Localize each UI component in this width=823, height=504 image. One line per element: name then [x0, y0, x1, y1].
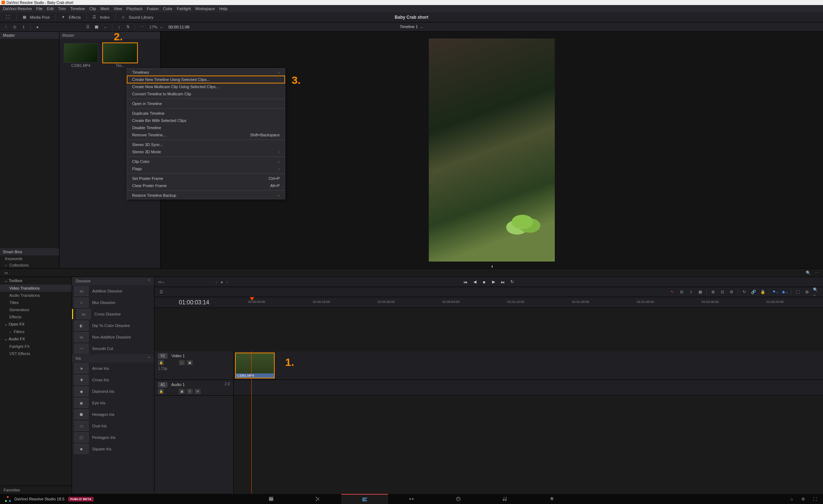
step-back-icon[interactable]: ◀ [472, 280, 477, 285]
link-clips-icon[interactable]: 🔗 [750, 289, 757, 295]
clip-thumb-selected[interactable]: Tim... [103, 43, 137, 68]
effect-item[interactable]: ◆Diamond Iris [72, 386, 154, 397]
link-icon[interactable]: ⎘ [12, 24, 18, 30]
effect-item[interactable]: ○Blur Dissolve [72, 297, 154, 308]
playhead-line[interactable] [251, 351, 252, 494]
page-fusion[interactable] [388, 494, 435, 504]
next-marker-icon[interactable]: › [226, 280, 228, 284]
nav-vst-effects[interactable]: VST Effects [0, 350, 72, 357]
video-track-lane[interactable]: C3361.MP4 [234, 351, 823, 380]
track-toggle-icon[interactable]: ▣ [187, 360, 193, 365]
viewer-mode-icon[interactable]: ▭⌄ [158, 279, 165, 285]
menu-edit[interactable]: Edit [47, 6, 54, 11]
zoom-detail-icon[interactable]: ⊞ [804, 289, 810, 295]
expand-icon[interactable]: ⛶ [3, 14, 14, 21]
sound-library-button[interactable]: ♫Sound Library [118, 14, 156, 21]
insert-icon[interactable]: ⊞ [710, 289, 716, 295]
search-icon[interactable]: 🔍 [805, 269, 811, 276]
menu-color[interactable]: Color [163, 6, 172, 11]
marker-dot-icon[interactable]: ● [221, 280, 223, 284]
effect-item[interactable]: ➤Arrow Iris [72, 363, 154, 374]
nav-generators[interactable]: Generators [0, 306, 72, 313]
fullscreen-icon[interactable]: ⛶ [811, 496, 818, 502]
ctx-clip-color[interactable]: Clip Color› [127, 158, 285, 165]
blade-tool-icon[interactable]: ▦ [697, 289, 703, 295]
ctx-create-multicam[interactable]: Create New Multicam Clip Using Selected … [127, 83, 285, 90]
track-lock-icon[interactable]: 🔒 [158, 389, 164, 394]
effects-button[interactable]: ✦Effects [59, 14, 84, 21]
prev-marker-icon[interactable]: ‹ [216, 280, 217, 284]
colon-icon[interactable]: ⁝ [3, 24, 9, 30]
menu-file[interactable]: File [36, 6, 43, 11]
video-track-header[interactable]: V1 Video 1 🔒 ▢ ▣ 1 Clip [154, 351, 233, 380]
menu-workspace[interactable]: Workspace [195, 6, 215, 11]
menu-mark[interactable]: Mark [100, 6, 109, 11]
nav-filters[interactable]: ›Filters [0, 328, 72, 335]
flag-blue-icon[interactable]: ⚑⌄ [772, 289, 779, 295]
menu-help[interactable]: Help [219, 6, 228, 11]
menu-trim[interactable]: Trim [58, 6, 66, 11]
ctx-duplicate-timeline[interactable]: Duplicate Timeline [127, 110, 285, 117]
smart-bin-collections[interactable]: ›Collections [0, 262, 59, 268]
audio-track-lane[interactable] [234, 380, 823, 396]
viewer-scrubber[interactable] [161, 265, 823, 268]
retime-icon[interactable]: ↻ [741, 289, 747, 295]
import-icon[interactable]: ⤓ [20, 24, 27, 30]
play-icon[interactable]: ▶ [491, 280, 496, 285]
nav-audio-transitions[interactable]: Audio Transitions [0, 292, 72, 299]
ctx-create-bin[interactable]: Create Bin With Selected Clips [127, 117, 285, 124]
goto-end-icon[interactable]: ⏭ [500, 280, 505, 285]
stop-icon[interactable]: ■ [482, 280, 487, 285]
filter-icon[interactable]: ⇅ [125, 24, 131, 30]
menu-fairlight[interactable]: Fairlight [177, 6, 191, 11]
menu-clip[interactable]: Clip [89, 6, 96, 11]
loop-icon[interactable]: ↻ [510, 280, 515, 285]
effect-item[interactable]: ◐Dip To Color Dissolve [72, 320, 154, 331]
favorites-section[interactable]: Favorites [0, 486, 72, 494]
track-lock-icon[interactable]: 🔒 [158, 360, 164, 365]
ctx-clear-poster[interactable]: Clear Poster FrameAlt+P [127, 182, 285, 189]
page-cut[interactable] [294, 494, 341, 504]
nav-titles[interactable]: Titles [0, 299, 72, 306]
goto-start-icon[interactable]: ⏮ [463, 280, 468, 285]
menu-view[interactable]: View [113, 6, 122, 11]
track-solo-icon[interactable]: S [187, 389, 193, 394]
menu-davinci[interactable]: DaVinci Resolve [3, 6, 32, 11]
nav-audiofx[interactable]: ⌄Audio FX [0, 335, 72, 343]
zoom-custom-icon[interactable]: 🔍⌄ [813, 289, 819, 295]
effect-item[interactable]: ▭Cross Dissolve [72, 308, 154, 320]
effect-item[interactable]: ▭Additive Dissolve [72, 285, 154, 297]
options-icon[interactable]: ⋯ [814, 269, 820, 276]
menu-playback[interactable]: Playback [126, 6, 143, 11]
selection-tool-icon[interactable]: ↖ [669, 289, 675, 295]
timeline-ruler[interactable]: 01:00:00:00 01:00:18:00 01:00:36:00 01:0… [234, 297, 823, 308]
record-icon[interactable]: ● [34, 24, 41, 30]
nav-video-transitions[interactable]: Video Transitions [0, 285, 72, 292]
index-button[interactable]: ☰Index [90, 14, 112, 21]
effect-item[interactable]: ◉Eye Iris [72, 397, 154, 409]
media-pool-button[interactable]: ▦Media Pool [20, 14, 53, 21]
effect-item[interactable]: ⬭Oval Iris [72, 420, 154, 432]
effect-item[interactable]: ▭Non-Additive Dissolve [72, 331, 154, 343]
page-edit[interactable] [341, 494, 388, 504]
overwrite-icon[interactable]: ⊡ [719, 289, 725, 295]
ctx-restore-backup[interactable]: Restore Timeline Backup› [127, 192, 285, 199]
ctx-timelines[interactable]: Timelines› [127, 69, 285, 76]
ctx-convert-multicam[interactable]: Convert Timeline to Multicam Clip [127, 90, 285, 97]
ctx-flags[interactable]: Flags› [127, 165, 285, 172]
audio-track-header[interactable]: A1 Audio 1 2.0 🔒 ▣ S M [154, 380, 233, 396]
clip-thumb[interactable]: C3361.MP4 [64, 43, 98, 68]
panel-resize-icon[interactable]: ▭ [3, 269, 9, 276]
smart-bin-keywords[interactable]: Keywords [0, 255, 59, 262]
marker-blue-icon[interactable]: ◆⌄ [782, 289, 788, 295]
ctx-open-timeline[interactable]: Open in Timeline [127, 100, 285, 107]
settings-gear-icon[interactable]: ⚙ [800, 496, 806, 502]
ctx-stereo-sync[interactable]: Stereo 3D Sync... [127, 141, 285, 148]
ctx-disable-timeline[interactable]: Disable Timeline [127, 124, 285, 131]
effect-item[interactable]: 〰Smooth Cut [72, 343, 154, 354]
ctx-set-poster[interactable]: Set Poster FrameCtrl+P [127, 175, 285, 182]
tracks-body[interactable]: C3361.MP4 [234, 351, 823, 494]
ctx-create-new-timeline[interactable]: Create New Timeline Using Selected Clips… [127, 76, 285, 83]
timeline-selector[interactable]: Timeline 1⌄ [400, 24, 423, 29]
page-fairlight[interactable] [482, 494, 529, 504]
